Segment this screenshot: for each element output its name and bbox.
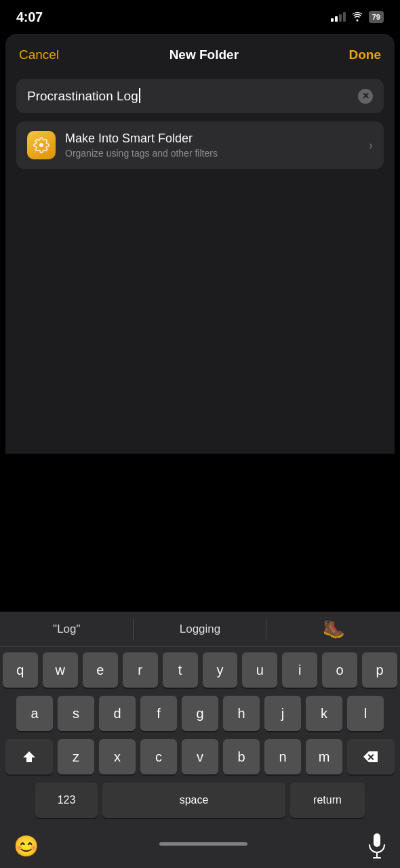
key-y[interactable]: y (203, 652, 238, 688)
wifi-icon (351, 12, 363, 22)
autocomplete-emoji-3: 🥾 (323, 618, 344, 639)
key-row-1: q w e r t y u i o p (3, 652, 397, 688)
key-e[interactable]: e (83, 652, 118, 688)
smart-folder-subtitle: Organize using tags and other filters (65, 148, 369, 159)
key-v[interactable]: v (182, 739, 218, 774)
status-bar: 4:07 79 (0, 0, 400, 34)
key-j[interactable]: j (264, 696, 301, 731)
microphone-button[interactable] (367, 833, 386, 859)
key-g[interactable]: g (182, 696, 218, 731)
key-a[interactable]: a (16, 696, 53, 731)
key-row-4: 123 space return (3, 783, 397, 818)
text-cursor (139, 88, 140, 103)
empty-area (5, 169, 395, 454)
key-n[interactable]: n (264, 739, 301, 774)
status-time: 4:07 (16, 9, 43, 25)
keyboard: q w e r t y u i o p a s d f g h j k l (0, 647, 400, 829)
autocomplete-option-1[interactable]: "Log" (0, 612, 134, 646)
numbers-key[interactable]: 123 (35, 783, 98, 818)
shift-key[interactable] (5, 739, 53, 774)
key-row-2: a s d f g h j k l (3, 696, 397, 731)
key-h[interactable]: h (223, 696, 260, 731)
clear-input-button[interactable]: ✕ (358, 89, 373, 104)
key-z[interactable]: z (58, 739, 94, 774)
folder-name-input[interactable]: Procrastination Log (27, 88, 358, 104)
autocomplete-text-2: Logging (180, 623, 221, 636)
keyboard-area: "Log" Logging 🥾 q w e r t y u i o p a s … (0, 612, 400, 868)
svg-rect-0 (374, 833, 380, 847)
cancel-button[interactable]: Cancel (19, 47, 59, 62)
autocomplete-text-1: "Log" (53, 623, 80, 636)
shift-icon (22, 751, 37, 763)
key-w[interactable]: w (43, 652, 78, 688)
key-c[interactable]: c (140, 739, 177, 774)
autocomplete-option-3[interactable]: 🥾 (266, 612, 400, 646)
key-t[interactable]: t (163, 652, 198, 688)
key-q[interactable]: q (3, 652, 38, 688)
space-key[interactable]: space (102, 783, 285, 818)
key-row-3: z x c v b n m (3, 739, 397, 774)
home-indicator-area (159, 842, 247, 850)
clear-icon: ✕ (362, 92, 369, 100)
key-s[interactable]: s (58, 696, 94, 731)
emoji-button[interactable]: 😊 (14, 834, 39, 858)
key-o[interactable]: o (322, 652, 357, 688)
chevron-right-icon: › (369, 138, 373, 153)
home-indicator (159, 842, 247, 846)
status-icons: 79 (331, 11, 384, 23)
keyboard-bottom-bar: 😊 (0, 829, 400, 868)
key-b[interactable]: b (223, 739, 260, 774)
done-button[interactable]: Done (349, 47, 382, 62)
key-u[interactable]: u (242, 652, 277, 688)
battery-icon: 79 (369, 11, 384, 23)
key-d[interactable]: d (99, 696, 136, 731)
smart-folder-text: Make Into Smart Folder Organize using ta… (65, 132, 369, 159)
modal-title: New Folder (169, 47, 239, 62)
key-x[interactable]: x (99, 739, 136, 774)
delete-key[interactable] (347, 739, 395, 774)
signal-icon (331, 12, 346, 22)
delete-icon (363, 751, 379, 763)
smart-folder-title: Make Into Smart Folder (65, 132, 369, 146)
key-l[interactable]: l (347, 696, 384, 731)
battery-level: 79 (372, 13, 380, 21)
key-f[interactable]: f (140, 696, 177, 731)
key-k[interactable]: k (306, 696, 342, 731)
key-m[interactable]: m (306, 739, 342, 774)
smart-folder-option[interactable]: Make Into Smart Folder Organize using ta… (16, 121, 384, 169)
key-p[interactable]: p (362, 652, 397, 688)
return-key[interactable]: return (290, 783, 365, 818)
autocomplete-bar: "Log" Logging 🥾 (0, 612, 400, 647)
key-i[interactable]: i (282, 652, 317, 688)
smart-folder-icon (27, 131, 56, 159)
nav-bar: Cancel New Folder Done (5, 34, 395, 73)
modal-container: Cancel New Folder Done Procrastination L… (5, 34, 395, 169)
gear-icon (33, 137, 49, 153)
autocomplete-option-2[interactable]: Logging (134, 612, 267, 646)
folder-name-field[interactable]: Procrastination Log ✕ (16, 79, 384, 113)
key-r[interactable]: r (123, 652, 158, 688)
